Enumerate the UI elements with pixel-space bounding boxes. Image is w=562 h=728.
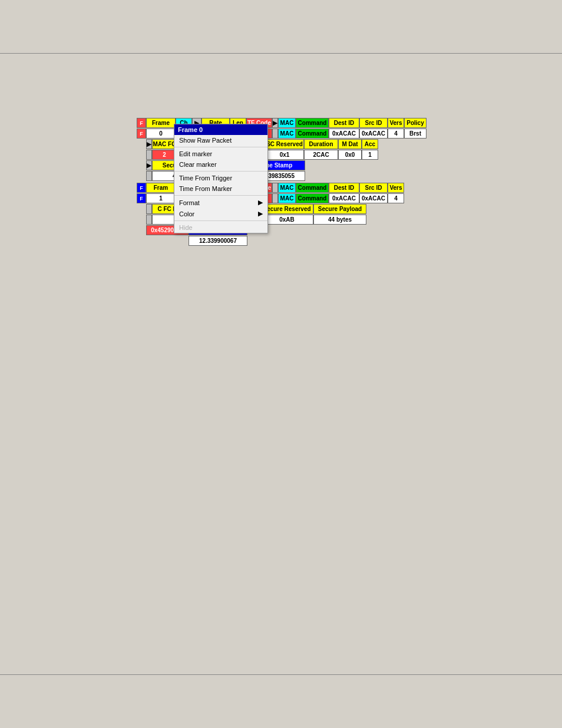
- frame1-arrow3: [146, 204, 152, 214]
- frame1-indicator: F: [137, 183, 146, 193]
- frame1-arrow3-val: [146, 215, 152, 225]
- screserved-label: SC Reserved: [265, 139, 304, 149]
- menu-item-clear-marker[interactable]: Clear marker: [174, 159, 267, 170]
- frame0-vers-val: 4: [388, 129, 404, 139]
- frame1-mac-label: MAC: [278, 183, 296, 193]
- frame1-arrow-val: [272, 193, 278, 203]
- frame1-securereserved-label: Secure Reserved: [260, 204, 313, 214]
- frame-label: Frame: [146, 118, 176, 128]
- menu-item-format-label: Format: [179, 199, 200, 206]
- frame0-mac-val: MAC: [278, 129, 296, 139]
- frame0-num: 0: [146, 129, 176, 139]
- menu-item-hide: Hide: [174, 222, 267, 233]
- vers-label: Vers: [388, 118, 404, 128]
- macfc-val: 2: [152, 150, 177, 160]
- arrow3-cell: ▶: [146, 139, 152, 149]
- frame1-command-val: Command: [296, 193, 329, 203]
- acc-label: Acc: [362, 139, 378, 149]
- menu-item-edit-marker[interactable]: Edit marker: [174, 149, 267, 159]
- arrow4-cell: ▶: [146, 160, 152, 170]
- mdat-val: 0x0: [338, 150, 362, 160]
- mdat-label: M Dat: [338, 139, 362, 149]
- destid-label: Dest ID: [329, 118, 359, 128]
- frame1-securepayload-val: 44 bytes: [313, 215, 366, 225]
- top-divider: [0, 53, 562, 54]
- arrow4-val: [146, 171, 152, 181]
- frame1-vers-label: Vers: [388, 183, 404, 193]
- frame1-label: Fram: [146, 183, 176, 193]
- mac-label: MAC: [278, 118, 296, 128]
- frame1-vers-val: 4: [388, 193, 404, 203]
- frame1-securereserved-val: 0xAB: [260, 215, 313, 225]
- bottom-divider: [0, 674, 562, 675]
- arrow2-cell: ▶: [272, 118, 278, 128]
- frame1-securepayload-label: Secure Payload: [313, 204, 366, 214]
- context-menu: Frame 0 Show Raw Packet Edit marker Clea…: [174, 124, 268, 233]
- frame1-destid-val: 0xACAC: [329, 193, 359, 203]
- srcid-label: Src ID: [359, 118, 388, 128]
- frame1-arrow-cell: [272, 183, 278, 193]
- frame1-srcid-label: Src ID: [359, 183, 388, 193]
- screserved-val: 0x1: [265, 150, 304, 160]
- frame0-indicator-val: F: [137, 129, 146, 139]
- policy-label: Policy: [404, 118, 427, 128]
- command-label: Command: [296, 118, 329, 128]
- duration-val: 2CAC: [304, 150, 338, 160]
- frame1-timestamp-vals: 12.339900067: [146, 236, 496, 246]
- frame1-num: 1: [146, 193, 176, 203]
- menu-item-color[interactable]: Color ▶: [174, 208, 267, 219]
- frame-indicator: F: [137, 118, 146, 128]
- menu-item-format[interactable]: Format ▶: [174, 197, 267, 208]
- frame1-indicator-val: F: [137, 193, 146, 203]
- frame1-srcid-val: 0xACAC: [359, 193, 388, 203]
- menu-item-time-from-trigger[interactable]: Time From Trigger: [174, 173, 267, 183]
- frame1-mac-val: MAC: [278, 193, 296, 203]
- menu-item-show-raw[interactable]: Show Raw Packet: [174, 135, 267, 146]
- frame0-command-val: Command: [296, 129, 329, 139]
- frame1-timestamp-val: 12.339900067: [189, 236, 247, 246]
- menu-item-color-arrow: ▶: [258, 210, 263, 218]
- frame0-policy-val: Brst: [404, 129, 427, 139]
- menu-separator-4: [174, 220, 267, 221]
- menu-item-color-label: Color: [179, 210, 194, 218]
- acc-val: 1: [362, 150, 378, 160]
- frame1-command-label: Command: [296, 183, 329, 193]
- frame0-destid-val: 0xACAC: [329, 129, 359, 139]
- menu-item-time-from-marker[interactable]: Time From Marker: [174, 183, 267, 194]
- duration-label: Duration: [304, 139, 338, 149]
- menu-header: Frame 0: [174, 124, 267, 135]
- menu-separator-3: [174, 195, 267, 196]
- menu-separator-2: [174, 171, 267, 172]
- frame0-arrow2-val: [272, 129, 278, 139]
- menu-separator-1: [174, 147, 267, 147]
- arrow3-val: [146, 150, 152, 160]
- menu-item-format-arrow: ▶: [258, 199, 263, 206]
- frame0-srcid-val: 0xACAC: [359, 129, 388, 139]
- macfc-label: MAC FC: [152, 139, 177, 149]
- frame1-destid-label: Dest ID: [329, 183, 359, 193]
